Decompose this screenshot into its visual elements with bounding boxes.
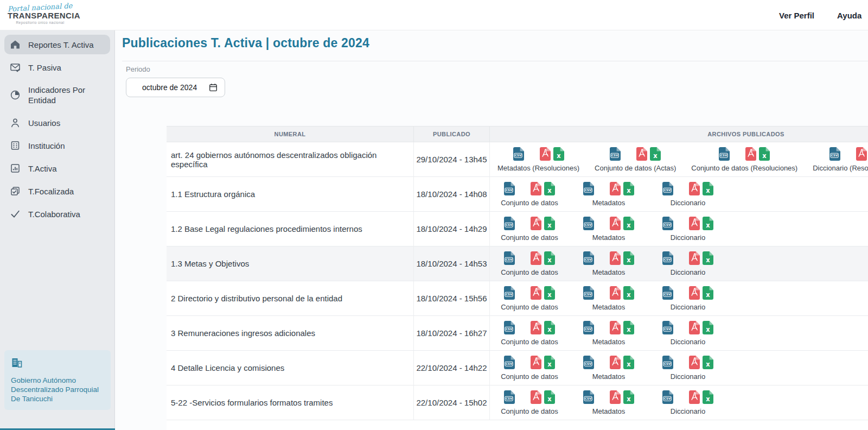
xls-file-icon[interactable]: x — [623, 320, 635, 335]
csv-file-icon[interactable]: CSV — [662, 390, 674, 404]
xls-file-icon[interactable]: x — [649, 147, 661, 161]
csv-file-icon[interactable]: CSV — [583, 320, 595, 335]
csv-file-icon[interactable]: CSV — [583, 216, 595, 231]
portal-logo: Portal nacional de TRANSPARENCIA Reposit… — [8, 3, 73, 24]
pdf-file-icon[interactable] — [609, 216, 621, 231]
sidebar-item-t-pasiva[interactable]: T. Pasiva — [4, 58, 110, 77]
file-icons: CSVx — [583, 390, 635, 404]
sidebar-item-reportes-t-activa[interactable]: Reportes T. Activa — [4, 35, 110, 54]
xls-file-icon[interactable]: x — [702, 286, 714, 300]
csv-file-icon[interactable]: CSV — [583, 286, 595, 300]
csv-file-icon[interactable]: CSV — [503, 355, 515, 370]
svg-text:x: x — [706, 326, 710, 333]
xls-file-icon[interactable]: x — [553, 147, 565, 161]
xls-file-icon[interactable]: x — [702, 390, 714, 404]
pdf-file-icon[interactable] — [609, 181, 621, 196]
xls-file-icon[interactable]: x — [544, 216, 556, 231]
xls-file-icon[interactable]: x — [544, 390, 556, 404]
pdf-file-icon[interactable] — [609, 390, 621, 404]
pdf-file-icon[interactable] — [688, 355, 700, 370]
pdf-file-icon[interactable] — [530, 216, 542, 231]
sidebar-item-t-activa[interactable]: T.Activa — [4, 159, 110, 178]
file-group: CSVxConjunto de datos — [497, 251, 561, 276]
xls-file-icon[interactable]: x — [623, 286, 635, 300]
pdf-file-icon[interactable] — [530, 181, 542, 196]
sidebar-item-usuarios[interactable]: Usuarios — [4, 113, 110, 132]
pdf-file-icon[interactable] — [688, 286, 700, 300]
xls-file-icon[interactable]: x — [544, 320, 556, 335]
column-header-numeral: NUMERAL — [167, 127, 414, 142]
xls-file-icon[interactable]: x — [544, 251, 556, 265]
pdf-file-icon[interactable] — [530, 320, 542, 335]
csv-file-icon[interactable]: CSV — [513, 147, 525, 161]
csv-file-icon[interactable]: CSV — [662, 355, 674, 370]
csv-file-icon[interactable]: CSV — [583, 355, 595, 370]
csv-file-icon[interactable]: CSV — [662, 251, 674, 265]
pdf-file-icon[interactable] — [688, 320, 700, 335]
svg-text:CSV: CSV — [664, 188, 671, 192]
pdf-file-icon[interactable] — [609, 355, 621, 370]
pdf-file-icon[interactable] — [530, 286, 542, 300]
xls-file-icon[interactable]: x — [702, 216, 714, 231]
csv-file-icon[interactable]: CSV — [503, 286, 515, 300]
xls-file-icon[interactable]: x — [623, 355, 635, 370]
xls-file-icon[interactable]: x — [623, 181, 635, 196]
csv-file-icon[interactable]: CSV — [503, 320, 515, 335]
csv-file-icon[interactable]: CSV — [503, 251, 515, 265]
pdf-file-icon[interactable] — [609, 251, 621, 265]
csv-file-icon[interactable]: CSV — [583, 390, 595, 404]
xls-file-icon[interactable]: x — [544, 181, 556, 196]
csv-file-icon[interactable]: CSV — [662, 286, 674, 300]
pdf-file-icon[interactable] — [539, 147, 551, 161]
xls-file-icon[interactable]: x — [702, 320, 714, 335]
csv-file-icon[interactable]: CSV — [662, 216, 674, 231]
csv-file-icon[interactable]: CSV — [503, 216, 515, 231]
pdf-file-icon[interactable] — [530, 251, 542, 265]
period-month-input[interactable]: octubre de 2024 — [126, 78, 225, 97]
svg-text:x: x — [706, 291, 710, 299]
csv-file-icon[interactable]: CSV — [503, 181, 515, 196]
pdf-file-icon[interactable] — [688, 216, 700, 231]
xls-file-icon[interactable]: x — [623, 251, 635, 265]
pdf-file-icon[interactable] — [856, 147, 867, 161]
pdf-file-icon[interactable] — [745, 147, 757, 161]
csv-file-icon[interactable]: CSV — [609, 147, 621, 161]
ver-perfil-link[interactable]: Ver Perfil — [779, 11, 814, 20]
file-icons: CSVx — [503, 286, 556, 300]
pdf-file-icon[interactable] — [609, 286, 621, 300]
pdf-file-icon[interactable] — [636, 147, 648, 161]
csv-file-icon[interactable]: CSV — [662, 320, 674, 335]
svg-text:CSV: CSV — [585, 223, 592, 226]
xls-file-icon[interactable]: x — [702, 251, 714, 265]
csv-file-icon[interactable]: CSV — [662, 181, 674, 196]
sidebar-item-instituci-n[interactable]: Institución — [4, 136, 110, 155]
pdf-file-icon[interactable] — [688, 251, 700, 265]
xls-file-icon[interactable]: x — [623, 390, 635, 404]
pdf-file-icon[interactable] — [609, 320, 621, 335]
xls-file-icon[interactable]: x — [702, 355, 714, 370]
file-group-label: Diccionario (Resoluciones) — [813, 164, 868, 172]
csv-file-icon[interactable]: CSV — [503, 390, 515, 404]
file-group-label: Diccionario — [671, 303, 705, 311]
xls-file-icon[interactable]: x — [544, 286, 556, 300]
file-group: CSVxMetadatos — [577, 320, 641, 346]
sidebar-item-t-focalizada[interactable]: T.Focalizada — [4, 181, 110, 201]
file-group-label: Conjunto de datos — [501, 268, 558, 276]
sidebar-item-indicadores-por-entidad[interactable]: Indicadores Por Entidad — [4, 80, 110, 110]
sidebar-item-t-colaborativa[interactable]: T.Colaborativa — [4, 204, 110, 224]
csv-file-icon[interactable]: CSV — [583, 181, 595, 196]
xls-file-icon[interactable]: x — [623, 216, 635, 231]
pdf-file-icon[interactable] — [530, 390, 542, 404]
csv-file-icon[interactable]: CSV — [583, 251, 595, 265]
csv-file-icon[interactable]: CSV — [829, 147, 841, 161]
pdf-file-icon[interactable] — [688, 390, 700, 404]
csv-file-icon[interactable]: CSV — [718, 147, 730, 161]
xls-file-icon[interactable]: x — [702, 181, 714, 196]
xls-file-icon[interactable]: x — [758, 147, 770, 161]
table-row: 2 Directorio y distributivo personal de … — [167, 281, 868, 316]
ayuda-link[interactable]: Ayuda — [837, 11, 861, 20]
period-label: Periodo — [126, 65, 150, 73]
xls-file-icon[interactable]: x — [544, 355, 556, 370]
pdf-file-icon[interactable] — [688, 181, 700, 196]
pdf-file-icon[interactable] — [530, 355, 542, 370]
